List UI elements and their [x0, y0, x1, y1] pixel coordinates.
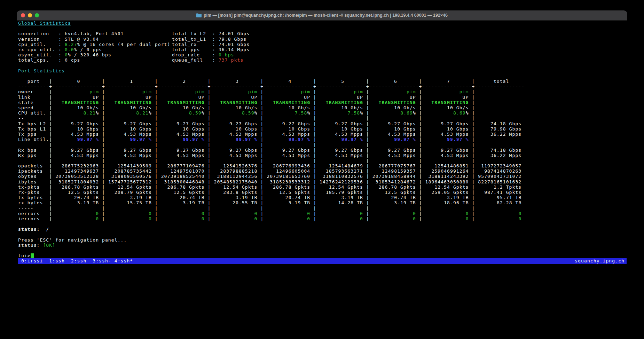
- empty-cell: |: [316, 116, 369, 121]
- cell-value: 10 Gbps: [77, 126, 99, 132]
- cell-pad: [158, 126, 183, 132]
- stat-value: 0 bps: [219, 52, 234, 57]
- separator-text: ----------+----------------+------------…: [18, 84, 525, 89]
- titlebar[interactable]: pim — [mosh] pim@squanchy.ipng.ch: /home…: [17, 10, 627, 21]
- cell-value: 99.97 %: [289, 137, 311, 142]
- cell-value: 9.27 Gbps: [176, 121, 204, 126]
- cell-pad: [158, 195, 180, 200]
- cell-pad: [316, 89, 354, 94]
- table-row-obytes: obytes | 20739053512128 | 3188093560576 …: [18, 174, 627, 179]
- cell-pad: [105, 184, 118, 190]
- cell-pad: [316, 126, 341, 132]
- cell-value: 10 Gb/s: [394, 105, 416, 110]
- cell-pad: [369, 110, 400, 116]
- cell-pipe: |: [363, 195, 369, 200]
- prompt-line[interactable]: tui>: [18, 253, 627, 258]
- port-table-header: port | 0 | 1 | 2 | 3 | 4 | 5 | 6 | 7 | t…: [18, 79, 627, 84]
- cell-value: 79.98 Gbps: [490, 126, 521, 132]
- cell-value: 1.2 Tpkts: [494, 184, 521, 190]
- cell-pipe: |: [416, 174, 422, 179]
- minimize-button[interactable]: [28, 13, 32, 17]
- cell-suffix: %: [96, 110, 99, 116]
- cell-value: 36.22 Mpps: [490, 132, 521, 137]
- cell-pipe: |: [257, 89, 264, 94]
- cell-value: 8.69: [453, 110, 466, 116]
- cell-pipe: |: [310, 121, 316, 126]
- cell-pad: [211, 132, 230, 137]
- cell-pad: [422, 137, 447, 142]
- cell-pad: [316, 137, 341, 142]
- cell-pipe: |: [310, 179, 316, 184]
- cell-value: 20739188525440: [161, 174, 205, 179]
- cell-value: 12.54 Gpkts: [329, 184, 363, 190]
- cell-pipe: |: [99, 121, 105, 126]
- cell-pad: [264, 184, 273, 190]
- empty-cell: |: [316, 206, 369, 211]
- cell-pipe: |: [152, 126, 158, 132]
- stat-value: 0 cps: [65, 57, 80, 63]
- cell-value: 4.53 Mpps: [229, 153, 257, 158]
- cell-value: 3.19 TB: [77, 200, 99, 205]
- cell-suffix: %: [149, 110, 152, 116]
- cell-pad: [211, 195, 236, 200]
- cell-pipe: |: [152, 200, 158, 205]
- cell-value: 12.54 Gpkts: [223, 184, 257, 190]
- cell-value: 10 Gbps: [394, 126, 416, 132]
- global-stat-right: total_tx_L2 : 74.01 Gbps: [172, 31, 250, 36]
- cell-pipe: |: [416, 95, 422, 100]
- cell-pad: [52, 216, 96, 221]
- cell-pad: [211, 137, 236, 142]
- stat-value: 79.8 Gbps: [219, 37, 246, 42]
- empty-cell: |: [264, 142, 316, 147]
- cell-suffix: %: [254, 110, 258, 116]
- table-row-rx-bytes: rx-bytes | 3.19 TB | 15.75 TB | 3.19 TB …: [18, 200, 627, 205]
- cell-pipe: |: [310, 184, 316, 190]
- cell-pipe: |: [257, 179, 264, 184]
- text-cursor[interactable]: [31, 253, 34, 258]
- cell-suffix: %: [307, 110, 310, 116]
- table-row-state: state | TRANSMITTING | TRANSMITTING | TR…: [18, 100, 627, 105]
- cell-value: 14276242129536: [320, 179, 363, 184]
- cell-pipe: |: [416, 148, 422, 153]
- cell-pipe: |: [205, 163, 211, 168]
- cell-value: 12498159357: [382, 168, 416, 174]
- cell-pad: [158, 163, 167, 168]
- cell-value: 286.78 Gpkts: [167, 184, 205, 190]
- terminal-screen[interactable]: Global Statisticsconnection : hvn4.lab, …: [18, 21, 627, 265]
- table-row-speed: speed | 10 Gb/s | 10 Gb/s | 10 Gb/s | 10…: [18, 105, 627, 110]
- global-stat-line: version : STL @ v3.04total_tx_L1 : 79.8 …: [18, 37, 627, 42]
- status-spinner-text: status: /: [18, 227, 49, 232]
- tmux-window-list[interactable]: 0:irssi 1:ssh 2:ssh 3:ssh- 4:ssh*: [18, 258, 133, 263]
- cell-pipe: |: [99, 184, 105, 190]
- cell-value: 283.8 Gpkts: [223, 190, 257, 195]
- cell-pipe: |: [363, 211, 369, 216]
- cell-pipe: |: [469, 163, 475, 168]
- cell-pad: [211, 163, 223, 168]
- cell-value: pim: [142, 89, 152, 94]
- cell-pipe: |: [469, 148, 475, 153]
- cell-value: 74.18 Gbps: [490, 121, 521, 126]
- cell-value: 99.97 %: [341, 137, 363, 142]
- cell-pipe: |: [257, 105, 264, 110]
- empty-cell: |: [264, 116, 316, 121]
- cell-value: 99.97 %: [77, 137, 99, 142]
- cell-pad: [211, 200, 233, 205]
- cell-pad: [105, 100, 115, 105]
- status-ok-value: [OK]: [43, 243, 55, 248]
- close-button[interactable]: [21, 13, 25, 17]
- table-row-tx-pkts: tx-pkts | 286.78 Gpkts | 12.54 Gpkts | 2…: [18, 184, 627, 190]
- global-stat-line: cpu_util. : 8.27% @ 16 cores (4 per dual…: [18, 42, 627, 47]
- table-row-opackets: opackets | 286775232963 | 12541439509 | …: [18, 163, 627, 168]
- row-label: Tx bps L1 |: [18, 126, 52, 132]
- cell-pipe: |: [152, 137, 158, 142]
- zoom-button[interactable]: [35, 13, 39, 17]
- cell-value: 99.97 %: [447, 137, 469, 142]
- cell-pipe: [521, 190, 525, 195]
- table-row--: -- | | | | | | | | |: [18, 116, 627, 121]
- row-label: Tx bps L2 |: [18, 121, 52, 126]
- cell-value: 0: [202, 211, 205, 216]
- cell-pad: [316, 216, 360, 221]
- cell-pipe: |: [152, 105, 158, 110]
- cell-pipe: |: [363, 179, 369, 184]
- cell-value: 3.19 TB: [394, 200, 416, 205]
